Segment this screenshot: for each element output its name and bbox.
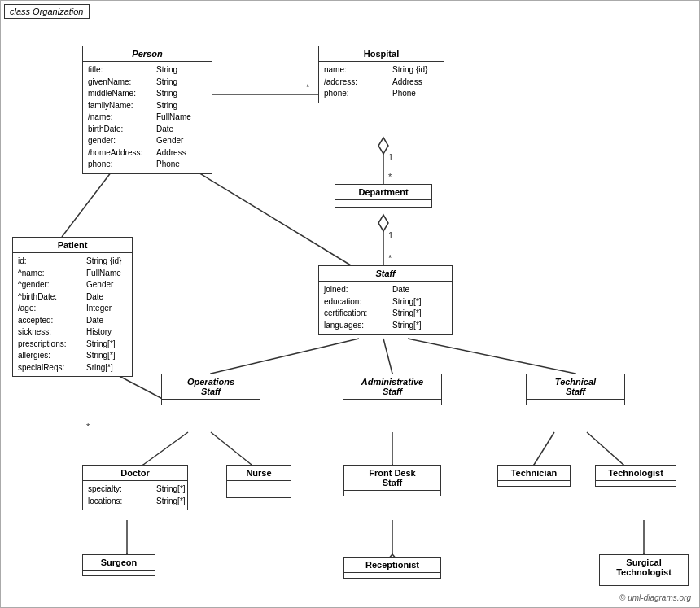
technologist-header: Technologist xyxy=(596,466,676,481)
administrative-staff-body xyxy=(343,400,441,405)
surgeon-class: Surgeon xyxy=(82,554,155,576)
svg-marker-7 xyxy=(378,215,388,231)
svg-line-30 xyxy=(587,432,623,465)
front-desk-staff-class: Front Desk Staff xyxy=(343,465,441,496)
technician-header: Technician xyxy=(498,466,570,481)
svg-line-22 xyxy=(143,432,188,465)
operations-staff-class: Operations Staff xyxy=(161,374,260,405)
surgeon-header: Surgeon xyxy=(83,555,155,571)
staff-header: Staff xyxy=(319,266,452,282)
technologist-class: Technologist xyxy=(595,465,676,487)
technical-staff-class: Technical Staff xyxy=(526,374,625,405)
hospital-body: name:String {id} /address:Address phone:… xyxy=(319,62,444,103)
technologist-body xyxy=(596,481,676,486)
doctor-header: Doctor xyxy=(83,466,187,481)
front-desk-staff-header: Front Desk Staff xyxy=(344,466,440,491)
svg-line-28 xyxy=(534,432,554,465)
svg-line-24 xyxy=(211,432,252,465)
patient-body: id:String {id} ^name:FullName ^gender:Ge… xyxy=(13,253,132,376)
receptionist-header: Receptionist xyxy=(344,558,440,573)
svg-line-16 xyxy=(211,339,359,374)
administrative-staff-header: Administrative Staff xyxy=(343,374,441,400)
nurse-class: Nurse xyxy=(226,465,291,498)
svg-text:*: * xyxy=(86,422,90,431)
diagram-title: class Organization xyxy=(4,4,90,19)
svg-text:*: * xyxy=(306,82,310,92)
surgical-technologist-header: Surgical Technologist xyxy=(600,555,688,580)
surgical-technologist-class: Surgical Technologist xyxy=(599,554,689,586)
nurse-header: Nurse xyxy=(227,466,291,481)
surgeon-body xyxy=(83,571,155,575)
administrative-staff-class: Administrative Staff xyxy=(343,374,442,405)
person-body: title:String givenName:String middleName… xyxy=(83,62,212,173)
patient-header: Patient xyxy=(13,238,132,253)
front-desk-staff-body xyxy=(344,491,440,496)
svg-text:*: * xyxy=(388,253,392,263)
surgical-technologist-body xyxy=(600,580,688,585)
diagram-container: class Organization * * 1 * 1 * * xyxy=(0,0,700,608)
svg-marker-3 xyxy=(378,138,388,154)
svg-text:1: 1 xyxy=(388,152,393,162)
department-class: Department xyxy=(335,184,432,208)
person-class: Person title:String givenName:String mid… xyxy=(82,46,212,174)
person-header: Person xyxy=(83,46,212,62)
nurse-body xyxy=(227,481,291,497)
operations-staff-header: Operations Staff xyxy=(162,374,260,400)
technician-body xyxy=(498,481,570,486)
technical-staff-body xyxy=(527,400,624,405)
department-header: Department xyxy=(335,185,431,200)
svg-line-18 xyxy=(383,339,392,374)
svg-text:1: 1 xyxy=(388,230,393,240)
svg-text:*: * xyxy=(388,172,392,182)
patient-class: Patient id:String {id} ^name:FullName ^g… xyxy=(12,237,133,377)
technician-class: Technician xyxy=(497,465,571,487)
department-body xyxy=(335,200,431,207)
hospital-header: Hospital xyxy=(319,46,444,62)
technical-staff-header: Technical Staff xyxy=(527,374,624,400)
copyright: © uml-diagrams.org xyxy=(619,593,691,602)
svg-line-20 xyxy=(408,339,575,374)
operations-staff-body xyxy=(162,400,260,405)
receptionist-class: Receptionist xyxy=(343,557,441,579)
receptionist-body xyxy=(344,573,440,578)
doctor-class: Doctor specialty:String[*] locations:Str… xyxy=(82,465,188,510)
hospital-class: Hospital name:String {id} /address:Addre… xyxy=(318,46,444,103)
staff-class: Staff joined:Date education:String[*] ce… xyxy=(318,265,453,335)
doctor-body: specialty:String[*] locations:String[*] xyxy=(83,481,187,510)
staff-body: joined:Date education:String[*] certific… xyxy=(319,282,452,334)
